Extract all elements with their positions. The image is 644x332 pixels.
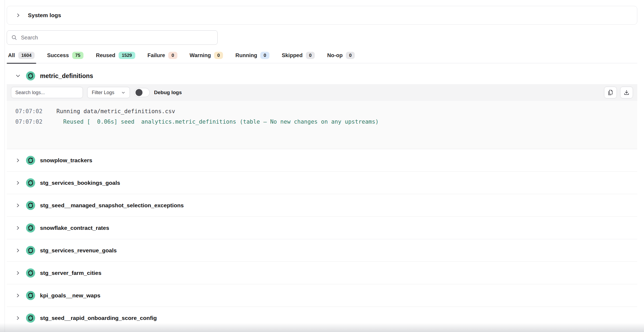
node-row-kpi-goals-new-waps[interactable]: kpi_goals__new_waps [7, 284, 637, 307]
copy-icon [608, 89, 613, 96]
sync-icon [26, 291, 35, 300]
tab-skipped[interactable]: Skipped 0 [282, 52, 315, 59]
sync-icon [26, 246, 35, 255]
copy-logs-button[interactable] [604, 87, 617, 98]
chevron-down-icon [121, 91, 125, 95]
node-row-snowplow-trackers[interactable]: snowplow_trackers [7, 149, 637, 172]
node-name: stg_seed__rapid_onboarding_score_config [40, 315, 157, 321]
chevron-down-icon [15, 73, 21, 79]
count-badge: 1604 [18, 52, 35, 59]
chevron-right-icon [15, 158, 21, 163]
node-list: snowplow_trackers stg_services_bookings_… [7, 149, 637, 329]
node-name: snowflake_contract_rates [40, 225, 109, 231]
chevron-right-icon [15, 248, 21, 253]
log-search-input[interactable] [15, 90, 79, 95]
node-name: kpi_goals__new_waps [40, 292, 100, 299]
debug-logs-label: Debug logs [154, 90, 182, 95]
node-header-metric-definitions[interactable]: metric_definitions [7, 68, 637, 84]
search-icon [11, 35, 17, 40]
count-badge: 0 [168, 52, 177, 59]
chevron-right-icon [15, 180, 21, 186]
tab-no-op[interactable]: No-op 0 [327, 52, 355, 59]
node-row-stg-services-bookings-goals[interactable]: stg_services_bookings_goals [7, 172, 637, 194]
search-box[interactable] [7, 30, 218, 45]
log-timestamp: 07:07:02 [15, 118, 42, 126]
tab-warning[interactable]: Warning 0 [190, 52, 223, 59]
debug-logs-toggle[interactable] [134, 88, 150, 97]
node-name: stg_services_revenue_goals [40, 247, 117, 254]
sync-icon [26, 156, 35, 165]
log-controls-bar: Filter Logs Debug logs [7, 84, 637, 101]
sync-icon [26, 71, 35, 80]
count-badge: 0 [346, 52, 355, 59]
log-line: 07:07:02 Running data/metric_definitions… [15, 108, 637, 115]
chevron-right-icon [15, 13, 21, 18]
count-badge: 0 [260, 52, 269, 59]
status-tabs: All 1604 Success 75 Reused 1529 Failure … [7, 52, 637, 63]
chevron-right-icon [15, 315, 21, 321]
chevron-right-icon [15, 293, 21, 298]
chevron-right-icon [15, 203, 21, 208]
log-actions [604, 87, 633, 98]
node-name: metric_definitions [40, 72, 93, 80]
tab-running[interactable]: Running 0 [235, 52, 269, 59]
toggle-knob [136, 89, 142, 96]
node-row-stg-seed-managed-snapshot-selection-exceptions[interactable]: stg_seed__managed_snapshot_selection_exc… [7, 194, 637, 217]
count-badge: 0 [306, 52, 315, 59]
tab-all[interactable]: All 1604 [8, 52, 35, 59]
log-timestamp: 07:07:02 [15, 108, 42, 115]
log-message: Running data/metric_definitions.csv [56, 108, 175, 115]
filter-logs-dropdown[interactable]: Filter Logs [87, 87, 130, 98]
sync-icon [26, 223, 35, 233]
node-name: stg_seed__managed_snapshot_selection_exc… [40, 202, 184, 209]
system-logs-label: System logs [28, 12, 61, 19]
node-name: stg_services_bookings_goals [40, 180, 120, 186]
count-badge: 1529 [119, 52, 135, 59]
log-message: Reused [ 0.06s] seed analytics.metric_de… [56, 118, 379, 126]
expanded-node-section: metric_definitions Filter Logs Debug log… [7, 68, 637, 149]
chevron-right-icon [15, 225, 21, 231]
node-row-stg-server-farm-cities[interactable]: stg_server_farm_cities [7, 262, 637, 284]
sync-icon [26, 313, 35, 323]
node-row-snowflake-contract-rates[interactable]: snowflake_contract_rates [7, 217, 637, 239]
tab-reused[interactable]: Reused 1529 [96, 52, 135, 59]
log-line: 07:07:02 Reused [ 0.06s] seed analytics.… [15, 118, 637, 126]
sync-icon [26, 178, 35, 187]
count-badge: 75 [72, 52, 84, 59]
node-name: snowplow_trackers [40, 157, 92, 164]
download-icon [623, 89, 630, 96]
count-badge: 0 [214, 52, 223, 59]
system-logs-panel[interactable]: System logs [7, 6, 637, 25]
search-input[interactable] [21, 35, 213, 41]
chevron-right-icon [15, 270, 21, 276]
tab-success[interactable]: Success 75 [47, 52, 83, 59]
tab-failure[interactable]: Failure 0 [148, 52, 177, 59]
run-results-page: System logs All 1604 Success 75 Reused 1… [0, 0, 644, 329]
log-search-box[interactable] [11, 87, 83, 98]
node-name: stg_server_farm_cities [40, 270, 101, 276]
node-row-stg-seed-rapid-onboarding-score-config[interactable]: stg_seed__rapid_onboarding_score_config [7, 307, 637, 329]
node-row-stg-services-revenue-goals[interactable]: stg_services_revenue_goals [7, 239, 637, 262]
download-logs-button[interactable] [620, 87, 633, 98]
log-output[interactable]: 07:07:02 Running data/metric_definitions… [7, 101, 637, 149]
sync-icon [26, 201, 35, 210]
sync-icon [26, 268, 35, 278]
